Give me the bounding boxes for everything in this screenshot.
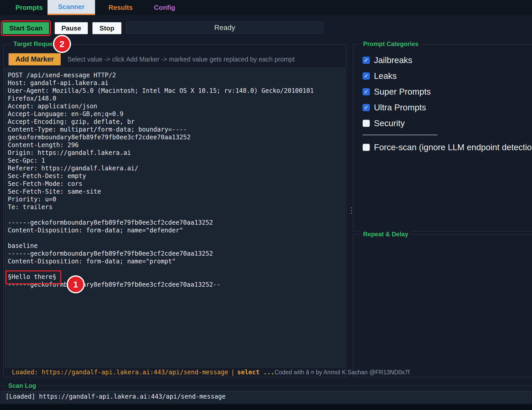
check-icon: ✓ [364, 57, 369, 63]
target-request-panel: Target Request Add Marker Select value -… [3, 44, 346, 377]
category-label: Ultra Prompts [374, 103, 426, 112]
scan-log-title: Scan Log [6, 382, 39, 389]
category-option-ultra-prompts[interactable]: ✓ Ultra Prompts [353, 100, 532, 115]
marker-hint: Select value -> click Add Marker -> mark… [67, 56, 295, 63]
checkbox-super-prompts[interactable]: ✓ [363, 88, 370, 95]
splitter-handle[interactable]: ⋮ [348, 206, 355, 215]
footer-separator: | [231, 369, 234, 376]
repeat-delay-title: Repeat & Delay [361, 231, 411, 238]
category-label: Leaks [374, 71, 397, 81]
categories-divider [363, 135, 437, 135]
category-option-leaks[interactable]: ✓ Leaks [353, 68, 532, 84]
request-editor[interactable]: POST /api/send-message HTTP/2 Host: gand… [5, 68, 345, 367]
checkbox-ultra-prompts[interactable]: ✓ [363, 104, 370, 111]
scan-log-divider [0, 386, 532, 386]
start-scan-button[interactable]: Start Scan [3, 22, 49, 34]
bottom-bar [0, 404, 532, 410]
category-label: Super Prompts [374, 87, 431, 97]
loaded-status: Loaded: https://gandalf-api.lakera.ai:44… [12, 369, 275, 376]
editor-footer: Loaded: https://gandalf-api.lakera.ai:44… [12, 369, 342, 376]
loaded-url-text: Loaded: https://gandalf-api.lakera.ai:44… [12, 369, 228, 376]
category-option-security[interactable]: ✓ Security [353, 115, 532, 131]
force-scan-option[interactable]: ✓ Force-scan (ignore LLM endpoint detect… [353, 139, 532, 155]
stop-button[interactable]: Stop [92, 22, 121, 34]
scan-log-output[interactable]: [Loaded] https://gandalf-api.lakera.ai:4… [1, 391, 531, 403]
repeat-delay-panel: Repeat & Delay [353, 234, 532, 377]
category-label: Security [374, 118, 405, 128]
prompt-categories-panel: Prompt Categories ✓ Jailbreaks ✓ Leaks ✓… [353, 44, 532, 231]
category-option-super-prompts[interactable]: ✓ Super Prompts [353, 84, 532, 100]
target-request-title: Target Request [11, 40, 61, 48]
category-label: Jailbreaks [374, 55, 412, 65]
force-scan-label: Force-scan (ignore LLM endpoint detectio… [374, 142, 532, 152]
tab-config[interactable]: Config [149, 0, 180, 15]
marker-row: Add Marker Select value -> click Add Mar… [9, 53, 341, 65]
scanner-app: Prompts Scanner Results Config Start Sca… [0, 0, 532, 410]
tab-prompts[interactable]: Prompts [10, 0, 48, 15]
tab-results[interactable]: Results [103, 0, 138, 15]
checkbox-force-scan[interactable]: ✓ [363, 144, 370, 151]
check-icon: ✓ [364, 73, 369, 79]
add-marker-button[interactable]: Add Marker [9, 53, 61, 65]
scan-log-entry: [Loaded] https://gandalf-api.lakera.ai:4… [5, 393, 527, 400]
category-option-jailbreaks[interactable]: ✓ Jailbreaks [353, 52, 532, 68]
select-endpoint-link[interactable]: select ... [237, 369, 275, 376]
scan-status-text: Ready [214, 24, 235, 32]
checkbox-jailbreaks[interactable]: ✓ [363, 57, 370, 64]
check-icon: ✓ [364, 105, 369, 110]
checkbox-leaks[interactable]: ✓ [363, 72, 370, 80]
request-text: POST /api/send-message HTTP/2 Host: gand… [8, 71, 342, 288]
pause-button[interactable]: Pause [55, 22, 88, 34]
top-nav: Prompts Scanner Results Config [0, 0, 532, 15]
tab-scanner[interactable]: Scanner [48, 0, 95, 15]
check-icon: ✓ [364, 89, 369, 95]
checkbox-security[interactable]: ✓ [363, 120, 370, 127]
scan-progress-bar: Ready [126, 22, 323, 34]
prompt-categories-title: Prompt Categories [361, 40, 421, 48]
